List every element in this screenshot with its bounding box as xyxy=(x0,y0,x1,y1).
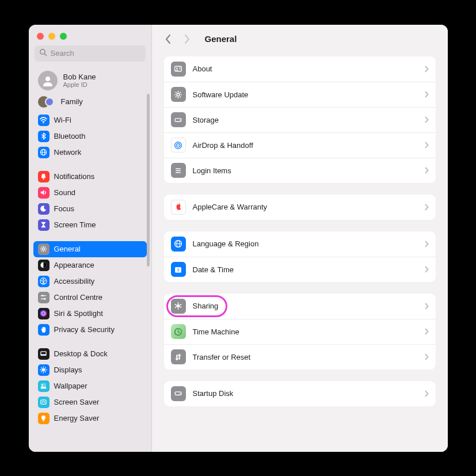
row-software[interactable]: Software Update xyxy=(164,82,436,107)
siri-icon xyxy=(38,308,49,319)
row-language[interactable]: Language & Region xyxy=(164,231,436,257)
sidebar-item-label: Screen Time xyxy=(54,220,96,229)
focus-icon xyxy=(38,203,49,215)
svg-line-56 xyxy=(44,54,46,55)
row-label: Language & Region xyxy=(193,239,417,248)
sidebar-item-energy[interactable]: Energy Saver xyxy=(33,410,147,427)
sidebar-item-screensaver[interactable]: Screen Saver xyxy=(33,394,147,410)
chevron-right-icon xyxy=(424,303,429,310)
wallpaper-icon xyxy=(38,380,49,392)
sidebar-item-wallpaper[interactable]: Wallpaper xyxy=(33,378,147,394)
row-label: Storage xyxy=(193,116,417,124)
row-label: Date & Time xyxy=(193,265,417,274)
minimize-window-button[interactable] xyxy=(48,33,55,40)
row-transfer[interactable]: Transfer or Reset xyxy=(164,344,436,370)
row-sharing[interactable]: Sharing xyxy=(164,294,436,319)
sidebar-family[interactable]: Family xyxy=(33,94,147,112)
row-label: AirDrop & Handoff xyxy=(193,141,417,150)
settings-section: Sharing Time Machine Transfer or Reset xyxy=(163,293,436,370)
sidebar-item-controlcentre[interactable]: Control Centre xyxy=(33,290,147,306)
sidebar-item-sound[interactable]: Sound xyxy=(33,185,147,201)
sidebar-item-siri[interactable]: Siri & Spotlight xyxy=(33,306,147,322)
applecare-icon xyxy=(171,200,186,215)
sidebar-item-label: Bluetooth xyxy=(54,132,86,140)
sidebar-scrollbar[interactable] xyxy=(147,94,150,266)
controlcentre-icon xyxy=(38,292,49,303)
chevron-right-icon xyxy=(424,266,429,273)
screensaver-icon xyxy=(38,397,49,408)
sidebar-item-label: Accessibility xyxy=(54,277,95,285)
sidebar-item-accessibility[interactable]: Accessibility xyxy=(33,273,147,290)
software-icon xyxy=(171,87,186,102)
row-label: AppleCare & Warranty xyxy=(193,203,417,211)
sidebar-item-privacy[interactable]: Privacy & Security xyxy=(33,322,147,338)
chevron-right-icon xyxy=(424,66,429,73)
row-airdrop[interactable]: AirDrop & Handoff xyxy=(164,132,436,158)
sidebar-item-wifi[interactable]: Wi-Fi xyxy=(33,112,147,128)
account-name: Bob Kane xyxy=(63,73,96,81)
startup-icon xyxy=(171,386,186,401)
chevron-right-icon xyxy=(424,353,429,360)
sidebar-item-bluetooth[interactable]: Bluetooth xyxy=(33,128,147,144)
row-applecare[interactable]: AppleCare & Warranty xyxy=(164,195,436,220)
main-panel: General About Software Update Storage Ai… xyxy=(152,25,448,452)
settings-section: Startup Disk xyxy=(163,380,436,407)
close-window-button[interactable] xyxy=(37,33,44,40)
notifications-icon xyxy=(38,171,49,182)
row-timemachine[interactable]: Time Machine xyxy=(164,319,436,344)
network-icon xyxy=(38,147,49,158)
search-icon xyxy=(39,48,51,58)
search-input[interactable] xyxy=(51,49,141,58)
row-label: Software Update xyxy=(193,90,417,99)
chevron-right-icon xyxy=(424,116,429,123)
storage-icon xyxy=(171,112,186,127)
sidebar: Bob Kane Apple ID Family Wi-Fi Bluetooth… xyxy=(29,25,152,452)
row-about[interactable]: About xyxy=(164,56,436,82)
row-storage[interactable]: Storage xyxy=(164,107,436,132)
chevron-right-icon xyxy=(424,167,429,174)
sidebar-item-network[interactable]: Network xyxy=(33,144,147,161)
desktop-icon xyxy=(38,348,49,360)
sidebar-item-focus[interactable]: Focus xyxy=(33,201,147,217)
sidebar-item-label: Wallpaper xyxy=(54,382,87,390)
sidebar-item-desktop[interactable]: Desktop & Dock xyxy=(33,346,147,362)
sidebar-item-screentime[interactable]: Screen Time xyxy=(33,217,147,233)
sidebar-item-appearance[interactable]: Appearance xyxy=(33,257,147,273)
sidebar-item-displays[interactable]: Displays xyxy=(33,362,147,378)
content-area: About Software Update Storage AirDrop & … xyxy=(152,54,448,429)
screentime-icon xyxy=(38,219,49,231)
sidebar-item-label: Desktop & Dock xyxy=(54,349,108,358)
chevron-right-icon xyxy=(424,204,429,211)
nav-back-button[interactable] xyxy=(163,34,174,44)
row-startup[interactable]: Startup Disk xyxy=(164,381,436,406)
search-field[interactable] xyxy=(35,45,146,62)
row-label: Login Items xyxy=(193,166,417,175)
family-icon xyxy=(38,96,55,108)
sidebar-item-label: Siri & Spotlight xyxy=(54,309,103,318)
sidebar-item-notifications[interactable]: Notifications xyxy=(33,169,147,185)
appearance-icon xyxy=(38,260,49,271)
sidebar-scroll: Bob Kane Apple ID Family Wi-Fi Bluetooth… xyxy=(29,67,151,452)
sidebar-item-label: Appearance xyxy=(54,261,94,269)
nav-forward-button[interactable] xyxy=(182,34,192,44)
settings-window: Bob Kane Apple ID Family Wi-Fi Bluetooth… xyxy=(29,25,448,452)
login-icon xyxy=(171,163,186,178)
svg-point-57 xyxy=(45,77,50,81)
window-controls xyxy=(29,25,151,45)
chevron-right-icon xyxy=(424,328,429,335)
zoom-window-button[interactable] xyxy=(60,33,67,40)
about-icon xyxy=(171,62,186,77)
row-datetime[interactable]: Date & Time xyxy=(164,257,436,282)
sidebar-item-general[interactable]: General xyxy=(33,241,147,257)
row-login[interactable]: Login Items xyxy=(164,158,436,183)
privacy-icon xyxy=(38,324,49,336)
row-label: About xyxy=(193,64,417,73)
topbar: General xyxy=(152,25,448,54)
sidebar-item-label: Wi-Fi xyxy=(54,116,71,124)
sidebar-item-label: Control Centre xyxy=(54,293,103,302)
sidebar-apple-id[interactable]: Bob Kane Apple ID xyxy=(33,67,147,94)
sidebar-item-label: Focus xyxy=(54,204,74,213)
sidebar-item-label: General xyxy=(54,245,81,253)
family-label: Family xyxy=(61,97,83,106)
avatar-icon xyxy=(38,71,58,90)
